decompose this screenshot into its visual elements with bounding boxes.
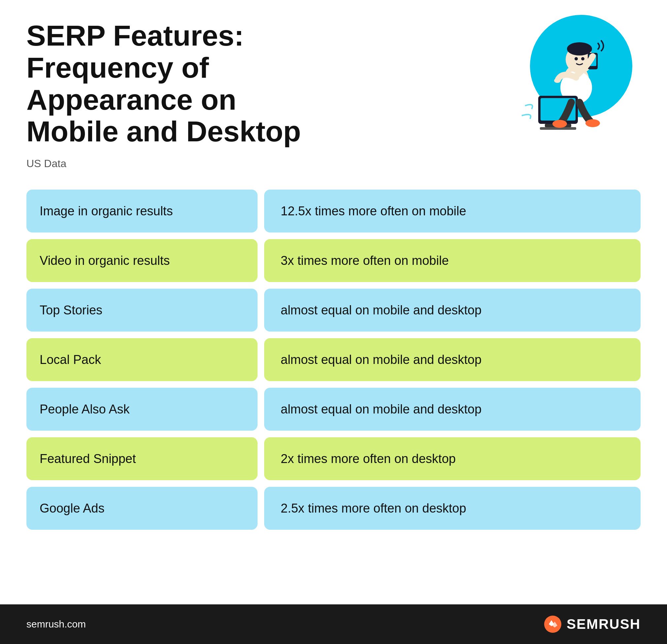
main-content: SERP Features: Frequency of Appearance o… [0, 0, 667, 605]
feature-label: Video in organic results [27, 239, 258, 282]
svg-point-14 [552, 120, 567, 128]
semrush-logo: SEMRUSH [544, 616, 640, 633]
footer-url: semrush.com [27, 618, 86, 630]
table-row: Local Pack almost equal on mobile and de… [27, 338, 640, 381]
title-area: SERP Features: Frequency of Appearance o… [27, 20, 324, 170]
header-section: SERP Features: Frequency of Appearance o… [27, 20, 640, 170]
svg-point-5 [574, 57, 578, 61]
feature-value: almost equal on mobile and desktop [264, 388, 640, 431]
table-row: People Also Ask almost equal on mobile a… [27, 388, 640, 431]
svg-point-6 [581, 57, 584, 61]
feature-label: Local Pack [27, 338, 258, 381]
feature-value: 2x times more often on desktop [264, 437, 640, 480]
table-row: Image in organic results 12.5x times mor… [27, 190, 640, 232]
semrush-icon [544, 616, 562, 633]
illustration [508, 13, 640, 132]
feature-value: almost equal on mobile and desktop [264, 338, 640, 381]
semrush-brand-text: SEMRUSH [567, 616, 640, 632]
main-title: SERP Features: Frequency of Appearance o… [27, 20, 324, 148]
table-row: Google Ads 2.5x times more often on desk… [27, 487, 640, 530]
feature-label: Top Stories [27, 289, 258, 332]
table-row: Top Stories almost equal on mobile and d… [27, 289, 640, 332]
svg-point-15 [585, 119, 600, 127]
table-section: Image in organic results 12.5x times mor… [27, 190, 640, 530]
subtitle: US Data [27, 158, 324, 170]
footer: semrush.com SEMRUSH [0, 605, 667, 644]
feature-value: 12.5x times more often on mobile [264, 190, 640, 232]
table-row: Featured Snippet 2x times more often on … [27, 437, 640, 480]
feature-value: 3x times more often on mobile [264, 239, 640, 282]
svg-point-9 [554, 78, 561, 83]
feature-label: Google Ads [27, 487, 258, 530]
feature-label: Featured Snippet [27, 437, 258, 480]
feature-label: Image in organic results [27, 190, 258, 232]
feature-value: 2.5x times more often on desktop [264, 487, 640, 530]
feature-label: People Also Ask [27, 388, 258, 431]
feature-value: almost equal on mobile and desktop [264, 289, 640, 332]
table-row: Video in organic results 3x times more o… [27, 239, 640, 282]
